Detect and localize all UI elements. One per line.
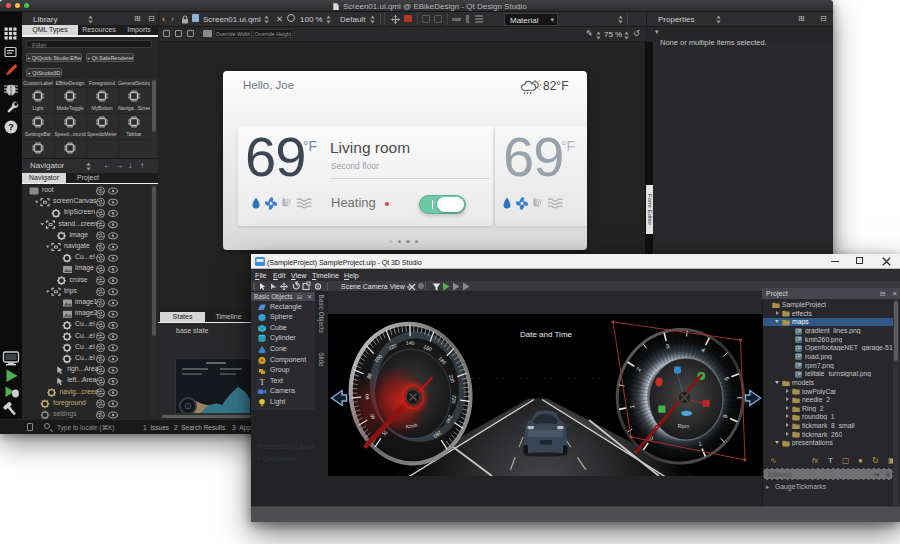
svg-text:220: 220 [451, 395, 458, 404]
svg-text:Date and Time: Date and Time [520, 330, 573, 339]
svg-text:T: T [259, 377, 265, 386]
svg-text:Rpm: Rpm [678, 423, 690, 429]
svg-text:140: 140 [406, 340, 415, 346]
svg-text:?: ? [8, 122, 14, 132]
